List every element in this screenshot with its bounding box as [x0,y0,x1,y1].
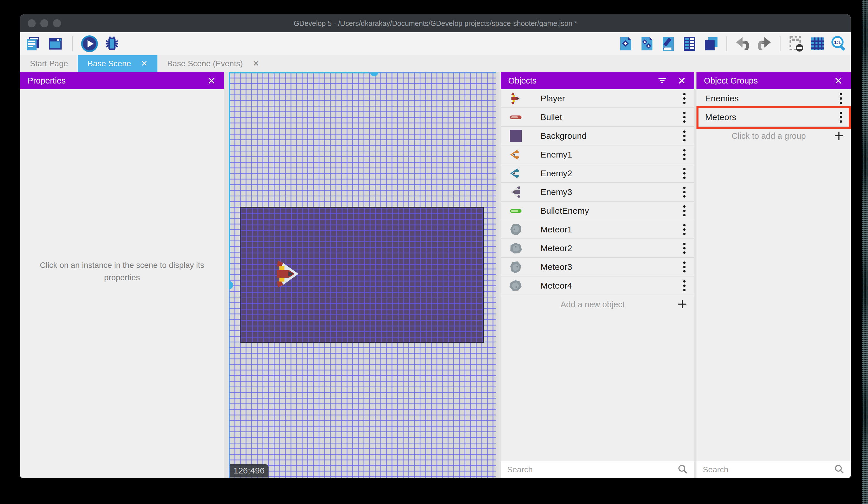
objects-panel: Objects PlayerBulletBackground Enemy1 [501,72,694,478]
objects-search-input[interactable] [507,465,678,474]
object-name: BulletEnemy [540,206,680,216]
objects-list: PlayerBulletBackground Enemy1 Enemy2 Ene… [501,89,694,295]
kebab-menu-icon[interactable] [680,260,689,274]
object-name: Enemy3 [540,187,680,197]
square-purple-thumbnail [509,129,523,143]
layers-editor-icon[interactable] [702,35,720,52]
selection-edge-left-faded [229,285,230,478]
properties-panel-header: Properties [20,72,224,89]
object-row-bullet[interactable]: Bullet [501,108,694,127]
object-groups-editor-icon[interactable] [638,35,655,52]
player-ship-instance[interactable] [269,259,303,289]
object-row-meteor3[interactable]: Meteor3 [501,258,694,276]
selection-resize-handle-top[interactable] [370,72,378,76]
bullet-green-thumbnail [509,204,523,218]
object-name: Enemy2 [540,169,680,178]
toolbar-separator [72,36,73,51]
selection-resize-handle-left[interactable] [229,281,233,289]
object-row-meteor2[interactable]: Meteor2 [501,239,694,258]
plus-icon[interactable] [678,299,687,310]
meteor3-thumbnail [509,260,523,274]
grid-icon[interactable] [809,35,826,52]
meteor2-thumbnail [509,241,523,255]
panel-title: Objects [508,76,657,85]
debug-icon[interactable] [103,35,121,52]
object-row-enemy2[interactable]: Enemy2 [501,164,694,183]
add-group-row[interactable]: Click to add a group [696,127,851,145]
tab-base-scene-events[interactable]: Base Scene (Events) ✕ [157,55,269,72]
editor-tabbar: Start Page Base Scene ✕ Base Scene (Even… [20,55,851,72]
ship-teal-thumbnail [509,167,523,180]
object-row-bulletenemy[interactable]: BulletEnemy [501,202,694,220]
window-mask-icon[interactable] [787,35,805,52]
search-icon [678,464,688,475]
kebab-menu-icon[interactable] [680,129,689,143]
objects-editor-icon[interactable] [617,35,634,52]
close-tab-icon[interactable]: ✕ [253,60,259,68]
start-page-window-icon[interactable] [46,35,64,52]
filter-icon[interactable] [657,76,667,85]
properties-editor-icon[interactable] [660,35,677,52]
scene-canvas[interactable]: 126;496 [229,72,499,478]
add-object-row[interactable]: Add a new object [501,295,694,314]
object-row-enemy1[interactable]: Enemy1 [501,145,694,164]
close-icon[interactable] [207,76,216,85]
ship-orange-thumbnail [509,148,523,162]
group-name: Enemies [705,94,837,103]
object-row-meteor4[interactable]: Meteor4 [501,276,694,295]
zoom-1-1-icon[interactable]: 1:1 [830,35,847,52]
object-name: Player [540,94,680,103]
ship-player-thumbnail [509,92,523,105]
kebab-menu-icon[interactable] [680,279,689,293]
add-object-label: Add a new object [508,300,678,309]
tab-start-page[interactable]: Start Page [20,55,78,72]
kebab-menu-icon[interactable] [680,110,689,124]
project-manager-icon[interactable] [24,35,41,52]
groups-search-input[interactable] [703,465,834,474]
kebab-menu-icon[interactable] [680,166,689,181]
window-title: GDevelop 5 - /Users/dkarakay/Documents/G… [20,19,851,28]
tab-base-scene[interactable]: Base Scene ✕ [78,55,157,72]
object-name: Enemy1 [540,150,680,160]
meteor1-thumbnail [509,223,523,236]
instances-list-icon[interactable] [681,35,698,52]
object-name: Meteor4 [540,281,680,291]
object-row-player[interactable]: Player [501,89,694,108]
kebab-menu-icon[interactable] [680,91,689,106]
object-row-enemy3[interactable]: Enemy3 [501,183,694,202]
object-name: Meteor2 [540,243,680,253]
tab-label: Start Page [30,59,68,68]
main-toolbar: 1:1 [20,32,851,55]
group-name: Meteors [705,112,837,122]
bullet-red-thumbnail [509,110,523,124]
kebab-menu-icon[interactable] [837,110,845,124]
panel-divider [694,72,696,478]
groups-search-bar [696,461,851,478]
close-icon[interactable] [677,76,687,85]
tab-label: Base Scene (Events) [167,59,243,68]
kebab-menu-icon[interactable] [680,241,689,255]
kebab-menu-icon[interactable] [837,91,845,106]
object-row-background[interactable]: Background [501,127,694,145]
redo-icon[interactable] [755,35,773,52]
panel-title: Properties [28,76,207,85]
object-row-meteor1[interactable]: Meteor1 [501,220,694,239]
undo-icon[interactable] [734,35,752,52]
objects-panel-header: Objects [501,72,694,89]
object-name: Background [540,131,680,141]
close-icon[interactable] [834,76,843,85]
properties-panel: Properties Click on an instance in the s… [20,72,224,478]
close-tab-icon[interactable]: ✕ [141,60,147,68]
gdevelop-window: GDevelop 5 - /Users/dkarakay/Documents/G… [20,14,851,478]
plus-icon[interactable] [834,131,844,142]
selection-edge-left [229,72,230,285]
kebab-menu-icon[interactable] [680,148,689,162]
object-name: Meteor3 [540,262,680,272]
kebab-menu-icon[interactable] [680,185,689,199]
kebab-menu-icon[interactable] [680,222,689,237]
play-preview-icon[interactable] [81,35,98,52]
kebab-menu-icon[interactable] [680,204,689,218]
group-row-meteors[interactable]: Meteors [696,108,851,127]
object-name: Meteor1 [540,225,680,234]
group-row-enemies[interactable]: Enemies [696,89,851,108]
